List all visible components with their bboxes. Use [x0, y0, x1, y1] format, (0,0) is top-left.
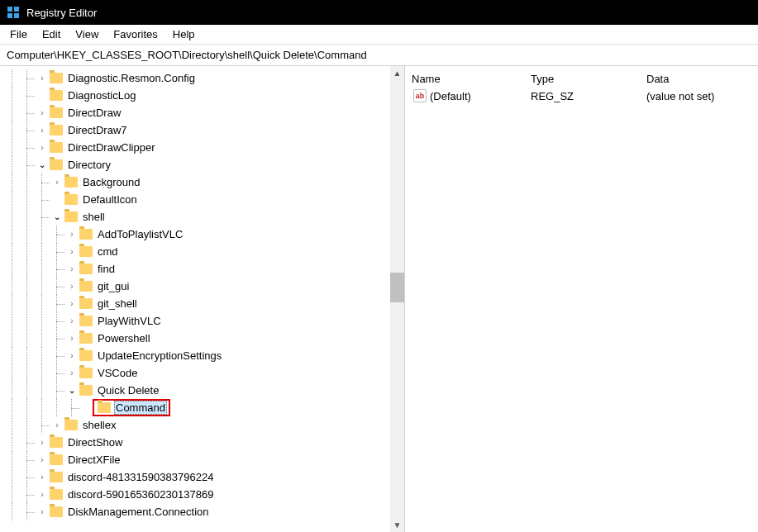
tree-node-label: Powershell [96, 331, 152, 345]
folder-icon [50, 90, 63, 101]
chevron-right-icon[interactable]: › [36, 454, 48, 466]
tree-node-label: DirectDraw7 [66, 123, 129, 137]
chevron-right-icon[interactable]: › [66, 298, 78, 310]
folder-icon [50, 437, 63, 448]
tree-node-label: PlayWithVLC [96, 314, 163, 328]
menu-help[interactable]: Help [166, 26, 202, 42]
chevron-right-icon[interactable]: › [36, 437, 48, 449]
chevron-right-icon[interactable]: › [36, 472, 48, 483]
tree-node[interactable]: Command [0, 399, 404, 416]
folder-icon [79, 281, 93, 292]
chevron-down-icon[interactable]: ⌄ [36, 159, 48, 171]
highlight-box: Command [93, 399, 170, 416]
values-header: Name Type Data [407, 69, 756, 88]
chevron-right-icon[interactable]: › [36, 73, 48, 84]
titlebar: Registry Editor [0, 0, 758, 25]
menu-favorites[interactable]: Favorites [107, 26, 164, 42]
folder-icon [79, 333, 93, 344]
tree-node[interactable]: ›VSCode [0, 364, 404, 382]
tree-node-label: shellex [81, 418, 117, 432]
tree-node[interactable]: DefaultIcon [0, 191, 404, 208]
menu-file[interactable]: File [3, 26, 34, 42]
folder-icon [79, 298, 93, 309]
folder-icon [79, 368, 93, 378]
scroll-up-icon[interactable]: ▲ [390, 66, 404, 80]
tree-node-label: shell [81, 210, 107, 224]
tree-node[interactable]: ›DiskManagement.Connection [0, 503, 404, 520]
value-type: REG_SZ [531, 90, 646, 102]
chevron-right-icon[interactable]: › [66, 264, 78, 275]
value-row[interactable]: ab(Default)REG_SZ(value not set) [407, 88, 756, 104]
col-header-type[interactable]: Type [531, 73, 646, 85]
folder-icon [79, 350, 93, 361]
chevron-right-icon[interactable]: › [51, 177, 63, 188]
folder-icon [50, 454, 63, 465]
tree-node[interactable]: ›git_gui [0, 278, 404, 295]
tree-node[interactable]: ›discord-590165360230137869 [0, 486, 404, 503]
chevron-down-icon[interactable]: ⌄ [51, 211, 63, 223]
folder-icon [50, 107, 63, 118]
tree-node-label: Quick Delete [96, 383, 160, 397]
tree-node[interactable]: ⌄Quick Delete [0, 382, 404, 399]
folder-icon [79, 264, 93, 274]
tree-node[interactable]: ›Background [0, 173, 404, 191]
tree-node[interactable]: ›Powershell [0, 330, 404, 347]
scrollbar-thumb[interactable] [390, 273, 404, 302]
chevron-right-icon[interactable]: › [36, 107, 48, 119]
chevron-right-icon[interactable]: › [36, 489, 48, 501]
tree-node-label: find [96, 262, 117, 276]
folder-icon [79, 385, 93, 396]
tree-node[interactable]: ›DirectShow [0, 434, 404, 451]
folder-icon [50, 472, 63, 482]
folder-icon [50, 142, 63, 153]
col-header-data[interactable]: Data [646, 73, 756, 85]
tree-node[interactable]: ›find [0, 260, 404, 278]
tree-node[interactable]: ›DirectDraw [0, 104, 404, 121]
chevron-right-icon[interactable]: › [36, 506, 48, 518]
addressbar[interactable]: Computer\HKEY_CLASSES_ROOT\Directory\she… [0, 45, 758, 66]
scroll-down-icon[interactable]: ▼ [390, 518, 404, 532]
svg-rect-0 [7, 7, 12, 12]
chevron-right-icon[interactable]: › [66, 281, 78, 292]
tree-node[interactable]: ›git_shell [0, 295, 404, 312]
menu-view[interactable]: View [69, 26, 105, 42]
chevron-right-icon[interactable]: › [51, 420, 63, 431]
tree-node[interactable]: ›DirectDraw7 [0, 121, 404, 139]
tree-node-label: Directory [66, 158, 112, 172]
tree-node[interactable]: ›shellex [0, 416, 404, 434]
tree-node[interactable]: ›UpdateEncryptionSettings [0, 347, 404, 364]
menu-edit[interactable]: Edit [36, 26, 67, 42]
chevron-right-icon[interactable]: › [66, 246, 78, 258]
folder-icon [50, 73, 63, 83]
tree-node[interactable]: ›discord-481331590383796224 [0, 468, 404, 486]
chevron-right-icon[interactable]: › [66, 229, 78, 240]
col-header-name[interactable]: Name [407, 73, 531, 85]
tree-node[interactable]: ›cmd [0, 243, 404, 260]
chevron-right-icon[interactable]: › [66, 350, 78, 362]
folder-icon [50, 506, 63, 517]
tree-scrollbar[interactable]: ▲ ▼ [390, 66, 404, 532]
chevron-right-icon[interactable]: › [66, 316, 78, 327]
chevron-down-icon[interactable]: ⌄ [66, 385, 78, 397]
tree-node-label: cmd [96, 245, 120, 259]
tree-node[interactable]: ›PlayWithVLC [0, 312, 404, 330]
tree-node[interactable]: DiagnosticLog [0, 87, 404, 104]
chevron-right-icon[interactable]: › [66, 368, 78, 379]
svg-rect-3 [14, 13, 19, 18]
chevron-right-icon[interactable]: › [36, 142, 48, 154]
tree-node[interactable]: ›DirectXFile [0, 451, 404, 468]
value-data: (value not set) [646, 90, 756, 102]
tree-node-label: DefaultIcon [81, 192, 139, 207]
value-name: (Default) [430, 90, 471, 102]
tree-node[interactable]: ›AddToPlaylistVLC [0, 226, 404, 243]
chevron-right-icon[interactable]: › [66, 333, 78, 344]
tree-node-label: AddToPlaylistVLC [96, 227, 184, 241]
chevron-right-icon[interactable]: › [36, 125, 48, 136]
tree-node[interactable]: ›DirectDrawClipper [0, 139, 404, 156]
tree-node-label: DiskManagement.Connection [66, 505, 211, 519]
tree-node[interactable]: ⌄Directory [0, 156, 404, 173]
tree-node[interactable]: ›Diagnostic.Resmon.Config [0, 69, 404, 87]
folder-icon [79, 229, 93, 240]
folder-icon [79, 316, 93, 326]
tree-node[interactable]: ⌄shell [0, 208, 404, 226]
